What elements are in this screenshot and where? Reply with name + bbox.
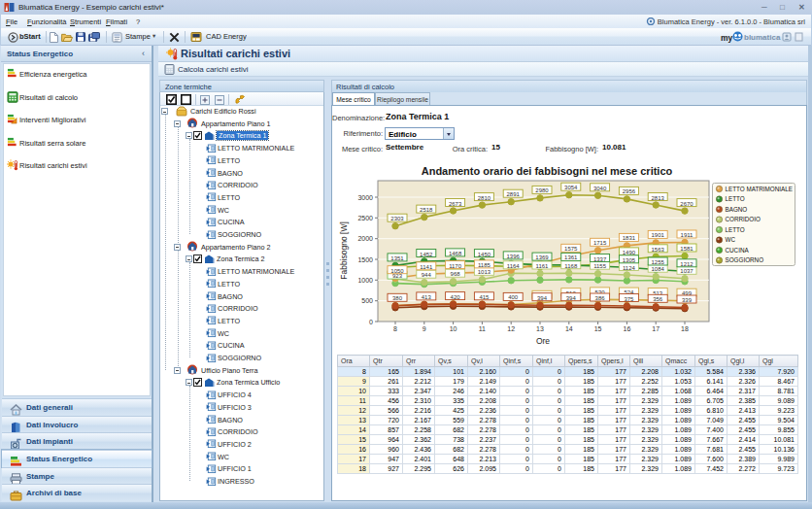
svg-text:13: 13 bbox=[536, 325, 544, 332]
svg-text:415: 415 bbox=[479, 294, 490, 300]
svg-text:WC: WC bbox=[726, 236, 736, 243]
svg-text:420: 420 bbox=[451, 294, 461, 300]
svg-text:2980: 2980 bbox=[535, 187, 549, 193]
svg-text:1500: 1500 bbox=[357, 256, 373, 263]
svg-text:10: 10 bbox=[450, 325, 457, 332]
svg-text:2891: 2891 bbox=[507, 191, 521, 197]
svg-text:3040: 3040 bbox=[593, 186, 607, 191]
svg-text:LETTO: LETTO bbox=[726, 226, 745, 233]
svg-text:2673: 2673 bbox=[449, 201, 462, 207]
svg-text:1581: 1581 bbox=[680, 246, 694, 252]
svg-text:1337: 1337 bbox=[593, 256, 607, 262]
svg-text:1351: 1351 bbox=[390, 255, 404, 261]
svg-text:1084: 1084 bbox=[652, 266, 665, 272]
svg-text:1452: 1452 bbox=[420, 252, 433, 257]
svg-text:968: 968 bbox=[451, 271, 461, 277]
svg-text:413: 413 bbox=[422, 294, 432, 300]
svg-text:2670: 2670 bbox=[680, 201, 694, 207]
svg-text:Fabbisogno [W]: Fabbisogno [W] bbox=[339, 221, 349, 280]
svg-text:1170: 1170 bbox=[449, 263, 462, 269]
svg-text:2956: 2956 bbox=[623, 188, 636, 194]
svg-text:1212: 1212 bbox=[680, 261, 694, 267]
svg-text:1013: 1013 bbox=[478, 269, 491, 275]
svg-text:1037: 1037 bbox=[680, 268, 694, 274]
svg-text:1050: 1050 bbox=[390, 268, 404, 274]
svg-text:1255: 1255 bbox=[652, 259, 665, 265]
svg-text:1901: 1901 bbox=[652, 232, 665, 238]
svg-text:SOGGIORNO: SOGGIORNO bbox=[726, 256, 764, 263]
svg-text:3054: 3054 bbox=[564, 185, 578, 190]
svg-text:394: 394 bbox=[537, 295, 548, 301]
svg-text:1161: 1161 bbox=[536, 263, 550, 269]
svg-text:944: 944 bbox=[422, 272, 432, 278]
svg-text:1141: 1141 bbox=[420, 264, 433, 270]
svg-text:1911: 1911 bbox=[681, 232, 694, 238]
svg-text:386: 386 bbox=[595, 295, 606, 301]
svg-text:1164: 1164 bbox=[507, 263, 521, 269]
svg-text:17: 17 bbox=[652, 325, 660, 332]
svg-text:500: 500 bbox=[361, 297, 373, 304]
svg-text:1155: 1155 bbox=[593, 263, 607, 269]
svg-text:1450: 1450 bbox=[478, 252, 491, 257]
svg-text:LETTO: LETTO bbox=[726, 195, 745, 202]
svg-text:1563: 1563 bbox=[652, 247, 665, 253]
svg-text:1124: 1124 bbox=[623, 265, 636, 271]
svg-text:0: 0 bbox=[369, 319, 373, 325]
svg-text:356: 356 bbox=[653, 296, 663, 302]
svg-text:8: 8 bbox=[393, 325, 397, 332]
svg-text:394: 394 bbox=[566, 295, 577, 301]
svg-text:9: 9 bbox=[423, 325, 426, 332]
svg-text:1168: 1168 bbox=[564, 263, 578, 269]
svg-text:1369: 1369 bbox=[535, 254, 549, 260]
svg-text:CUCINA: CUCINA bbox=[726, 247, 750, 254]
svg-text:Ore: Ore bbox=[536, 336, 550, 346]
svg-text:2000: 2000 bbox=[357, 235, 373, 242]
svg-text:3000: 3000 bbox=[357, 194, 373, 201]
svg-text:LETTO MATRIMONIALE: LETTO MATRIMONIALE bbox=[726, 186, 793, 192]
svg-text:2813: 2813 bbox=[652, 195, 665, 201]
svg-text:1575: 1575 bbox=[564, 246, 578, 252]
svg-text:16: 16 bbox=[624, 325, 631, 332]
svg-text:CORRIDOIO: CORRIDOIO bbox=[726, 216, 761, 222]
svg-text:2303: 2303 bbox=[390, 216, 404, 221]
svg-text:380: 380 bbox=[392, 295, 403, 301]
svg-text:2500: 2500 bbox=[357, 215, 373, 221]
svg-text:2810: 2810 bbox=[478, 195, 491, 201]
svg-text:18: 18 bbox=[681, 325, 689, 332]
svg-text:1396: 1396 bbox=[507, 254, 521, 259]
svg-text:1468: 1468 bbox=[449, 251, 462, 256]
svg-text:14: 14 bbox=[565, 325, 573, 332]
svg-text:15: 15 bbox=[594, 325, 602, 332]
svg-text:400: 400 bbox=[508, 294, 519, 300]
svg-text:11: 11 bbox=[479, 325, 486, 332]
svg-text:375: 375 bbox=[624, 296, 634, 302]
svg-text:1000: 1000 bbox=[357, 277, 373, 284]
svg-text:1831: 1831 bbox=[623, 235, 636, 241]
svg-text:BAGNO: BAGNO bbox=[726, 206, 748, 213]
svg-text:12: 12 bbox=[507, 325, 515, 332]
svg-text:1185: 1185 bbox=[478, 262, 491, 268]
svg-text:1715: 1715 bbox=[593, 240, 607, 246]
svg-text:1490: 1490 bbox=[623, 250, 636, 255]
svg-text:339: 339 bbox=[682, 297, 693, 303]
svg-text:2518: 2518 bbox=[420, 207, 433, 213]
svg-text:1305: 1305 bbox=[623, 257, 636, 263]
svg-text:1361: 1361 bbox=[564, 254, 578, 260]
